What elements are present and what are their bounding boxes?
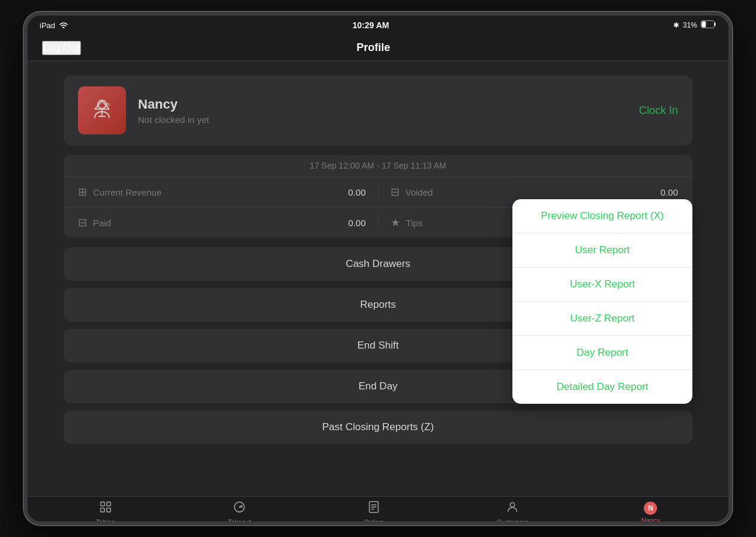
dropdown-popup: Preview Closing Report (X) User Report U…	[512, 199, 692, 404]
sensor	[728, 263, 732, 274]
svg-rect-11	[101, 508, 104, 511]
battery-percent: 31%	[683, 21, 697, 29]
dropdown-item-2[interactable]: User-X Report	[512, 268, 692, 302]
device-label: iPad	[40, 21, 55, 30]
tab-takeout[interactable]: Takeout	[228, 500, 251, 526]
status-right: ✱ 31%	[673, 20, 716, 30]
tab-nancy-label: Nancy	[641, 517, 660, 524]
status-left: iPad	[40, 21, 68, 30]
tab-customers-label: Customers	[497, 518, 529, 526]
dropdown-item-0[interactable]: Preview Closing Report (X)	[512, 199, 692, 233]
svg-rect-1	[701, 22, 706, 28]
orders-icon	[367, 500, 380, 517]
nav-bar: Log Out Profile	[28, 35, 728, 61]
svg-point-18	[511, 502, 515, 506]
status-bar: iPad 10:29 AM ✱ 31%	[28, 16, 728, 35]
tables-icon	[99, 500, 112, 517]
dropdown-item-3[interactable]: User-Z Report	[512, 302, 692, 336]
customers-icon	[506, 500, 519, 517]
takeout-icon	[233, 500, 246, 517]
nav-title: Profile	[356, 41, 390, 54]
tab-nancy[interactable]: N Nancy	[641, 502, 660, 524]
tab-tables-label: Tables	[96, 518, 115, 526]
tab-bar: Tables Takeout Orders	[28, 496, 728, 525]
dropdown-item-1[interactable]: User Report	[512, 233, 692, 268]
wifi-icon	[59, 21, 68, 30]
battery-icon	[701, 20, 716, 30]
main-content: Nancy Not clocked in yet Clock In 17 Sep…	[28, 61, 728, 496]
svg-rect-12	[107, 508, 110, 511]
bluetooth-icon: ✱	[673, 21, 679, 29]
svg-rect-10	[107, 502, 110, 505]
tab-customers[interactable]: Customers	[497, 500, 529, 526]
ipad-frame: iPad 10:29 AM ✱ 31% Log Out Profile	[24, 12, 732, 525]
nancy-avatar-icon: N	[644, 502, 657, 515]
dropdown-item-4[interactable]: Day Report	[512, 336, 692, 370]
logout-button[interactable]: Log Out	[42, 41, 81, 55]
tab-orders-label: Orders	[364, 518, 384, 526]
tab-tables[interactable]: Tables	[96, 500, 115, 526]
tab-orders[interactable]: Orders	[364, 500, 384, 526]
tab-takeout-label: Takeout	[228, 518, 251, 526]
svg-rect-9	[101, 502, 104, 505]
dropdown-item-5[interactable]: Detailed Day Report	[512, 370, 692, 404]
time-display: 10:29 AM	[353, 20, 389, 30]
